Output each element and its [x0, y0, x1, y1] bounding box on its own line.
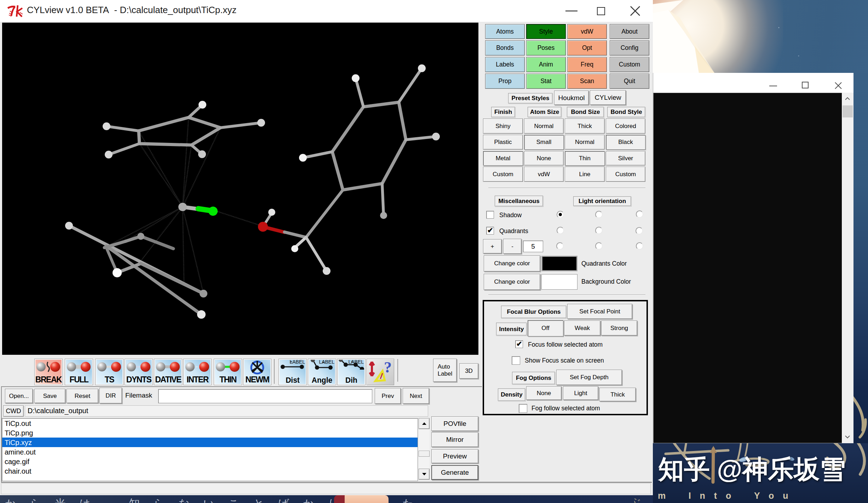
svg-text:?: ? [384, 359, 392, 376]
